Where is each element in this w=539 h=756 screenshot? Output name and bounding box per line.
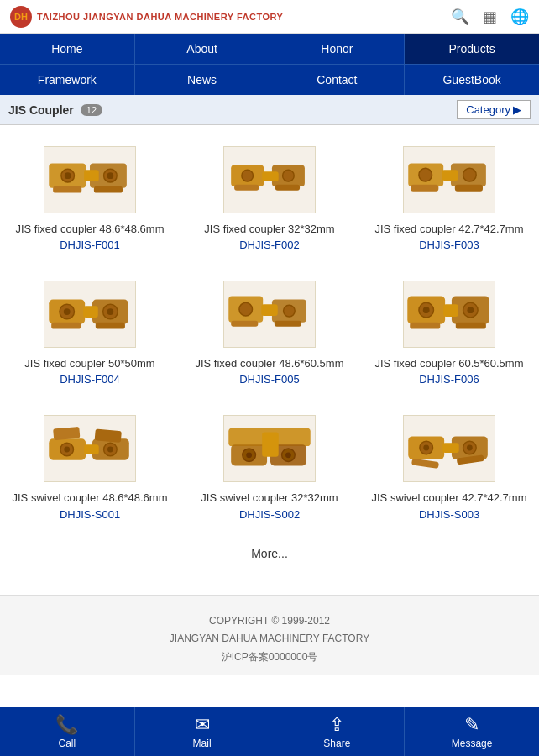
footer-line3: 沪ICP备案0000000号 <box>8 648 531 667</box>
svg-rect-38 <box>275 321 301 327</box>
svg-point-12 <box>242 170 254 181</box>
svg-point-29 <box>107 308 113 315</box>
nav-news[interactable]: News <box>135 65 270 95</box>
svg-point-63 <box>285 453 291 459</box>
svg-rect-34 <box>261 304 278 316</box>
svg-rect-41 <box>443 304 458 317</box>
svg-point-61 <box>246 453 252 459</box>
nav-framework[interactable]: Framework <box>0 65 135 95</box>
product-image <box>44 415 136 482</box>
nav-guestbook[interactable]: GuestBook <box>405 65 539 95</box>
product-image <box>223 281 316 348</box>
product-item[interactable]: JIS fixed coupler 60.5*60.5mm DHJIS-F006 <box>359 268 539 402</box>
product-image <box>44 281 136 348</box>
svg-rect-47 <box>456 323 486 329</box>
search-icon[interactable]: 🔍 <box>451 8 469 26</box>
product-image <box>403 146 495 213</box>
nav-bottom: Framework News Contact GuestBook <box>0 64 539 95</box>
svg-point-52 <box>64 447 70 453</box>
more-row: More... <box>0 538 539 586</box>
product-name: JIS swivel coupler 32*32mm <box>201 491 338 506</box>
bottom-nav-message[interactable]: ✎ Message <box>405 707 539 756</box>
breadcrumb-text: JIS Coupler <box>8 103 74 117</box>
bottom-nav-call[interactable]: 📞 Call <box>0 707 135 756</box>
svg-point-4 <box>65 172 71 179</box>
product-item[interactable]: JIS swivel coupler 32*32mm DHJIS-S002 <box>180 402 359 537</box>
product-item[interactable]: JIS swivel coupler 42.7*42.7mm DHJIS-S00… <box>359 402 539 537</box>
logo-text: TAIZHOU JIANGYAN DAHUA MACHINERY FACTORY <box>37 12 283 22</box>
svg-point-71 <box>467 445 473 451</box>
svg-rect-8 <box>94 186 123 193</box>
product-name: JIS swivel coupler 42.7*42.7mm <box>372 491 527 506</box>
svg-point-69 <box>423 445 429 451</box>
product-image <box>44 146 136 213</box>
svg-rect-11 <box>262 171 279 181</box>
svg-rect-14 <box>234 185 259 191</box>
svg-rect-15 <box>275 185 300 191</box>
product-grid: JIS fixed coupler 48.6*48.6mm DHJIS-F001… <box>0 134 539 538</box>
svg-point-19 <box>419 168 432 181</box>
more-link[interactable]: More... <box>251 547 288 560</box>
message-icon: ✎ <box>464 714 479 736</box>
product-name: JIS fixed coupler 50*50mm <box>24 356 154 371</box>
product-item[interactable]: JIS swivel coupler 48.6*48.6mm DHJIS-S00… <box>0 402 180 537</box>
bottom-nav-share[interactable]: ⇪ Share <box>270 707 406 756</box>
product-item[interactable]: JIS fixed coupler 48.6*48.6mm DHJIS-F001 <box>0 134 180 268</box>
svg-point-45 <box>467 307 474 313</box>
product-name: JIS fixed coupler 32*32mm <box>204 222 334 237</box>
logo: DH TAIZHOU JIANGYAN DAHUA MACHINERY FACT… <box>10 6 451 28</box>
call-label: Call <box>59 738 76 749</box>
mail-label: Mail <box>193 738 212 749</box>
product-name: JIS fixed coupler 48.6*48.6mm <box>15 222 164 237</box>
product-name: JIS fixed coupler 48.6*60.5mm <box>195 356 343 371</box>
product-item[interactable]: JIS fixed coupler 42.7*42.7mm DHJIS-F003 <box>359 134 539 268</box>
header: DH TAIZHOU JIANGYAN DAHUA MACHINERY FACT… <box>0 0 539 34</box>
svg-rect-25 <box>83 306 98 318</box>
svg-point-54 <box>107 447 113 453</box>
share-icon: ⇪ <box>329 714 344 736</box>
svg-rect-37 <box>231 321 258 327</box>
call-icon: 📞 <box>55 714 78 736</box>
product-name: JIS fixed coupler 60.5*60.5mm <box>374 356 523 371</box>
product-image <box>403 415 495 482</box>
svg-rect-67 <box>442 444 459 454</box>
nav-about[interactable]: About <box>135 34 270 64</box>
share-label: Share <box>323 738 350 749</box>
svg-point-36 <box>284 305 296 317</box>
product-item[interactable]: JIS fixed coupler 48.6*60.5mm DHJIS-F005 <box>180 268 359 402</box>
product-item[interactable]: JIS fixed coupler 32*32mm DHJIS-F002 <box>180 134 359 268</box>
product-code: DHJIS-F006 <box>419 373 479 386</box>
svg-point-13 <box>283 170 295 181</box>
product-item[interactable]: JIS fixed coupler 50*50mm DHJIS-F004 <box>0 268 180 402</box>
bottom-nav-mail[interactable]: ✉ Mail <box>135 707 270 756</box>
svg-point-35 <box>239 303 253 317</box>
footer-line2: JIANGYAN DAHUA MACHINERY FACTORY <box>8 630 531 648</box>
svg-point-27 <box>64 308 71 315</box>
product-name: JIS fixed coupler 42.7*42.7mm <box>374 222 523 237</box>
nav-contact[interactable]: Contact <box>270 65 406 95</box>
svg-point-20 <box>463 168 477 181</box>
product-code: DHJIS-F005 <box>239 373 300 386</box>
svg-rect-21 <box>411 185 438 192</box>
product-code: DHJIS-F003 <box>419 239 479 251</box>
mail-icon: ✉ <box>195 714 210 736</box>
svg-rect-64 <box>262 433 279 457</box>
category-button[interactable]: Category ▶ <box>457 100 531 119</box>
svg-rect-72 <box>411 459 439 469</box>
globe-icon[interactable]: 🌐 <box>510 8 529 26</box>
chevron-right-icon: ▶ <box>513 103 521 116</box>
bottom-nav: 📞 Call ✉ Mail ⇪ Share ✎ Message <box>0 707 539 756</box>
breadcrumb-count: 12 <box>81 104 102 116</box>
barcode-icon[interactable]: ▦ <box>483 8 497 26</box>
logo-icon: DH <box>10 6 32 28</box>
nav-honor[interactable]: Honor <box>270 34 406 64</box>
nav-products[interactable]: Products <box>405 34 539 64</box>
nav-top: Home About Honor Products <box>0 34 539 64</box>
svg-rect-22 <box>455 185 483 192</box>
product-image <box>223 415 316 482</box>
product-image <box>223 146 316 213</box>
nav-home[interactable]: Home <box>0 34 135 64</box>
footer-line1: COPYRIGHT © 1999-2012 <box>8 612 531 631</box>
svg-rect-2 <box>84 170 99 181</box>
breadcrumb: JIS Coupler 12 Category ▶ <box>0 95 539 125</box>
